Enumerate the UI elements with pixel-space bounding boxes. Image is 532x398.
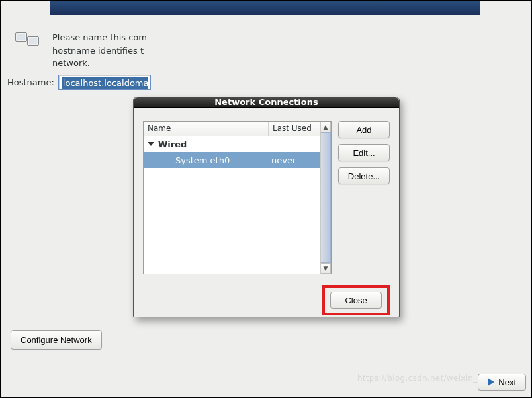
column-headers: Name Last Used <box>144 122 320 136</box>
scroll-up-icon[interactable]: ▲ <box>321 122 331 132</box>
configure-network-button[interactable]: Configure Network <box>11 330 102 350</box>
network-connections-dialog: Network Connections Name Last Used Wired… <box>133 97 400 317</box>
expander-icon[interactable] <box>148 142 154 146</box>
next-button-label: Next <box>498 378 516 387</box>
group-row-wired[interactable]: Wired <box>144 136 320 152</box>
close-button-highlight: Close <box>322 285 390 315</box>
close-button[interactable]: Close <box>330 292 382 309</box>
dialog-title: Network Connections <box>214 97 318 107</box>
delete-button[interactable]: Delete... <box>338 167 390 184</box>
connection-row-system-eth0[interactable]: System eth0 never <box>144 152 320 168</box>
scrollbar[interactable]: ▲ ▼ <box>320 122 331 274</box>
dialog-side-buttons: Add Edit... Delete... <box>338 121 390 274</box>
hostname-value: localhost.localdoma <box>62 77 148 89</box>
hostname-row: Hostname: localhost.localdoma <box>7 75 151 90</box>
description-text: Please name this com hostname identifies… <box>52 31 147 70</box>
footer-nav: Next <box>478 374 526 391</box>
connection-last-used: never <box>269 155 320 165</box>
description-line: Please name this com <box>52 31 147 44</box>
network-computers-icon <box>15 31 42 58</box>
hostname-label: Hostname: <box>7 77 54 87</box>
scroll-down-icon[interactable]: ▼ <box>321 263 331 274</box>
arrow-right-icon <box>488 378 494 386</box>
header-banner <box>50 1 480 15</box>
description-line: hostname identifies t <box>52 44 147 58</box>
column-header-name[interactable]: Name <box>144 122 269 136</box>
column-header-last-used[interactable]: Last Used <box>269 122 320 136</box>
edit-button[interactable]: Edit... <box>338 144 390 161</box>
group-label: Wired <box>158 139 187 149</box>
connections-list: Name Last Used Wired System eth0 never ▲ <box>143 121 332 274</box>
dialog-titlebar[interactable]: Network Connections <box>134 97 399 108</box>
next-button[interactable]: Next <box>478 374 526 391</box>
scroll-thumb[interactable] <box>321 132 331 263</box>
connection-name: System eth0 <box>144 155 269 165</box>
hostname-input[interactable]: localhost.localdoma <box>58 75 151 90</box>
description-row: Please name this com hostname identifies… <box>15 31 147 70</box>
add-button[interactable]: Add <box>338 121 390 138</box>
description-line: network. <box>52 57 147 70</box>
